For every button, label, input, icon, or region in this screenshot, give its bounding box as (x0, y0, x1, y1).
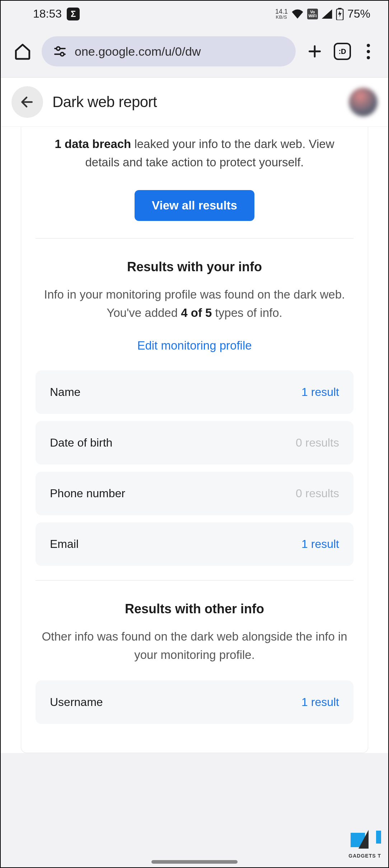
site-settings-icon[interactable] (53, 45, 67, 58)
avatar[interactable] (349, 88, 378, 116)
status-time: 18:53 (33, 7, 62, 20)
result-label: Username (50, 696, 103, 709)
battery-level: 75% (347, 7, 370, 20)
new-tab-button[interactable] (306, 42, 324, 60)
result-row[interactable]: Phone number0 results (36, 472, 353, 515)
url-bar[interactable]: one.google.com/u/0/dw (42, 36, 296, 66)
result-count: 0 results (296, 487, 339, 500)
home-indicator[interactable] (151, 860, 238, 864)
result-row[interactable]: Name1 result (36, 370, 353, 414)
view-all-results-button[interactable]: View all results (135, 190, 254, 221)
breach-summary: 1 data breach leaked your info to the da… (36, 135, 353, 186)
tabs-button[interactable]: :D (334, 43, 351, 60)
report-card: 1 data breach leaked your info to the da… (21, 127, 368, 753)
divider (36, 238, 353, 239)
result-label: Date of birth (50, 436, 112, 449)
your-info-desc: Info in your monitoring profile was foun… (36, 285, 353, 338)
page-title: Dark web report (52, 93, 157, 111)
vowifi-icon: VoWiFi (307, 9, 318, 19)
wifi-icon (291, 9, 304, 19)
app-header: Dark web report (1, 77, 388, 127)
svg-point-5 (61, 52, 64, 56)
result-count: 1 result (301, 385, 339, 399)
browser-toolbar: one.google.com/u/0/dw :D (1, 28, 388, 77)
svg-point-3 (57, 47, 60, 50)
result-label: Phone number (50, 487, 125, 500)
edit-profile-link[interactable]: Edit monitoring profile (137, 339, 252, 352)
back-button[interactable] (11, 86, 43, 118)
result-row[interactable]: Email1 result (36, 522, 353, 566)
result-row[interactable]: Date of birth0 results (36, 421, 353, 465)
other-info-desc: Other info was found on the dark web alo… (36, 627, 353, 680)
app-notification-icon: Σ (67, 8, 80, 20)
divider (36, 580, 353, 581)
url-text: one.google.com/u/0/dw (75, 45, 201, 59)
other-info-title: Results with other info (36, 601, 353, 617)
result-row[interactable]: Username1 result (36, 680, 353, 724)
result-count: 1 result (301, 537, 339, 551)
watermark: GADGETS T (348, 830, 381, 859)
battery-icon (336, 8, 344, 20)
your-info-title: Results with your info (36, 259, 353, 274)
result-count: 1 result (301, 696, 339, 709)
result-count: 0 results (296, 436, 339, 449)
result-label: Name (50, 385, 80, 399)
data-rate: 14.1 KB/S (275, 8, 288, 19)
signal-icon (322, 9, 332, 19)
result-label: Email (50, 537, 79, 551)
menu-button[interactable] (361, 44, 375, 59)
status-bar: 18:53 Σ 14.1 KB/S VoWiFi 75% (1, 1, 388, 28)
home-icon[interactable] (14, 42, 32, 60)
